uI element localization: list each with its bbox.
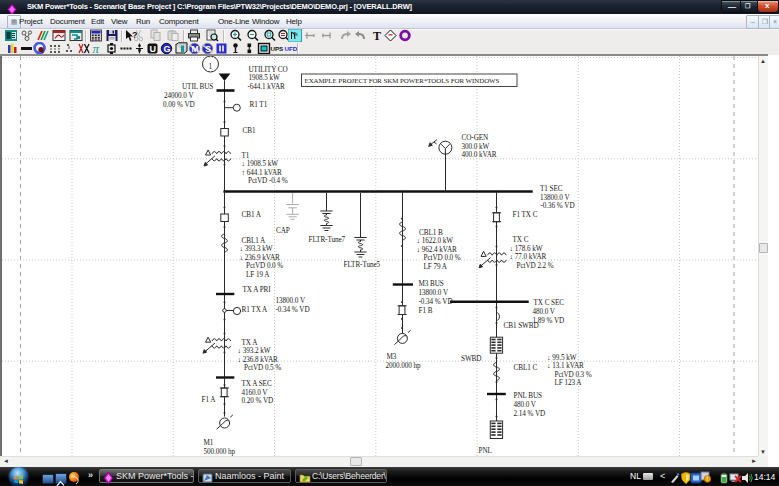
svg-text:EXAMPLE PROJECT FOR SKM POWER: EXAMPLE PROJECT FOR SKM POWER*TOOLS FOR … [305, 77, 500, 84]
svg-text:TX A PRI: TX A PRI [243, 286, 272, 294]
svg-text:PctVD 2.2 %: PctVD 2.2 % [517, 262, 554, 270]
svg-text:4160.0 V: 4160.0 V [242, 389, 269, 397]
svg-text:F1 A: F1 A [202, 396, 217, 404]
svg-text:-644.1 kVAR: -644.1 kVAR [248, 83, 286, 91]
svg-text:F1 B: F1 B [419, 307, 433, 315]
svg-text:TX A: TX A [242, 339, 259, 347]
svg-text:↓ 13.1 kVAR: ↓ 13.1 kVAR [547, 362, 584, 370]
svg-text:PNL: PNL [479, 447, 492, 455]
svg-text:CO-GEN: CO-GEN [462, 134, 490, 142]
svg-text:-0.36 % VD: -0.36 % VD [541, 202, 575, 210]
svg-text:T: T [373, 29, 381, 42]
svg-text:0.20 % VD: 0.20 % VD [242, 397, 274, 405]
svg-text:0.00 % VD: 0.00 % VD [163, 101, 195, 109]
svg-text:13800.0 V: 13800.0 V [419, 289, 449, 297]
svg-text:↑ 644.1 kVAR: ↑ 644.1 kVAR [242, 169, 283, 177]
svg-text:PctVD -0.4 %: PctVD -0.4 % [248, 177, 288, 185]
svg-text:T1 SEC: T1 SEC [540, 185, 563, 193]
svg-text:PctVD 0.0 %: PctVD 0.0 % [246, 262, 283, 270]
svg-text:UFD: UFD [284, 45, 297, 52]
svg-text:CB1 SWBD: CB1 SWBD [504, 322, 539, 330]
svg-text:k: k [295, 31, 298, 37]
svg-text:13800.0 V: 13800.0 V [276, 297, 306, 305]
svg-text:M3 BUS: M3 BUS [419, 280, 444, 288]
svg-text:↓ 99.5 kW: ↓ 99.5 kW [547, 354, 577, 362]
svg-text:1908.5 kW: 1908.5 kW [249, 74, 281, 82]
svg-text:LF 79 A: LF 79 A [424, 263, 448, 271]
svg-text:R1 TX A: R1 TX A [242, 306, 269, 314]
svg-text:CBL1 C: CBL1 C [514, 364, 538, 372]
svg-text:↓ 236.9 kVAR: ↓ 236.9 kVAR [240, 254, 281, 262]
svg-text:M: M [191, 44, 198, 54]
svg-text:480.0 V: 480.0 V [533, 308, 556, 316]
svg-text:PctVD 0.0 %: PctVD 0.0 % [424, 254, 461, 262]
svg-text:↓ 393.3 kW: ↓ 393.3 kW [240, 245, 273, 253]
svg-text:300.0 kW: 300.0 kW [462, 143, 490, 151]
svg-text:R1 T1: R1 T1 [250, 101, 268, 109]
svg-text:↓ 1908.5 kW: ↓ 1908.5 kW [242, 160, 279, 168]
svg-text:CB1 A: CB1 A [242, 211, 262, 219]
svg-text:500.000 hp: 500.000 hp [204, 448, 236, 456]
svg-text:-0.34 % VD: -0.34 % VD [419, 298, 453, 306]
svg-text:↓ 178.6 kW: ↓ 178.6 kW [510, 245, 543, 253]
svg-text:↓ 77.0 kVAR: ↓ 77.0 kVAR [510, 253, 547, 261]
svg-text:2000.000 hp: 2000.000 hp [386, 362, 422, 370]
svg-text:24000.0 V: 24000.0 V [164, 92, 194, 100]
svg-text:M3: M3 [387, 353, 397, 361]
svg-text:G: G [163, 44, 170, 54]
svg-text:U: U [149, 44, 156, 54]
svg-text:LF 19 A: LF 19 A [246, 271, 270, 279]
svg-text:S: S [205, 44, 211, 54]
svg-text:400.0 kVAR: 400.0 kVAR [462, 151, 497, 159]
svg-text:-0.34 % VD: -0.34 % VD [276, 306, 310, 314]
svg-text:13800.0 V: 13800.0 V [540, 194, 570, 202]
svg-text:↓ 236.8 kVAR: ↓ 236.8 kVAR [238, 356, 279, 364]
svg-text:TX C SEC: TX C SEC [534, 299, 565, 307]
svg-text:TX A SEC: TX A SEC [242, 380, 272, 388]
svg-text:FLTR-Tune7: FLTR-Tune7 [309, 236, 346, 244]
svg-text:UTIL BUS: UTIL BUS [182, 83, 213, 91]
svg-text:480.0 V: 480.0 V [514, 401, 537, 409]
svg-text:CBL1 B: CBL1 B [419, 229, 443, 237]
svg-text:FLTR-Tune5: FLTR-Tune5 [344, 261, 381, 269]
svg-text:M1: M1 [204, 439, 214, 447]
svg-text:PNL BUS: PNL BUS [514, 392, 543, 400]
svg-text:CB1: CB1 [243, 127, 256, 135]
svg-text:CAP: CAP [276, 227, 290, 235]
svg-text:!: ! [707, 475, 709, 482]
svg-text:↓ 962.4 kVAR: ↓ 962.4 kVAR [417, 246, 458, 254]
svg-text:↓ 393.2 kW: ↓ 393.2 kW [238, 347, 271, 355]
svg-text:T1: T1 [242, 152, 250, 160]
svg-text:PctVD 0.5 %: PctVD 0.5 % [244, 364, 281, 372]
svg-text:F1 TX C: F1 TX C [513, 211, 538, 219]
svg-text:PctVD 0.3 %: PctVD 0.3 % [555, 371, 592, 379]
svg-text:2.14 % VD: 2.14 % VD [514, 410, 546, 418]
svg-text:↓ 1622.0 kW: ↓ 1622.0 kW [417, 237, 454, 245]
svg-text:1: 1 [209, 63, 213, 71]
svg-text:CBL1 A: CBL1 A [242, 237, 267, 245]
svg-text:SWBD: SWBD [461, 355, 481, 363]
svg-text:TX C: TX C [513, 236, 529, 244]
svg-text:LF 123 A: LF 123 A [555, 379, 583, 387]
svg-text:UTILITY CO: UTILITY CO [249, 66, 288, 74]
svg-text:UPS: UPS [271, 45, 284, 52]
